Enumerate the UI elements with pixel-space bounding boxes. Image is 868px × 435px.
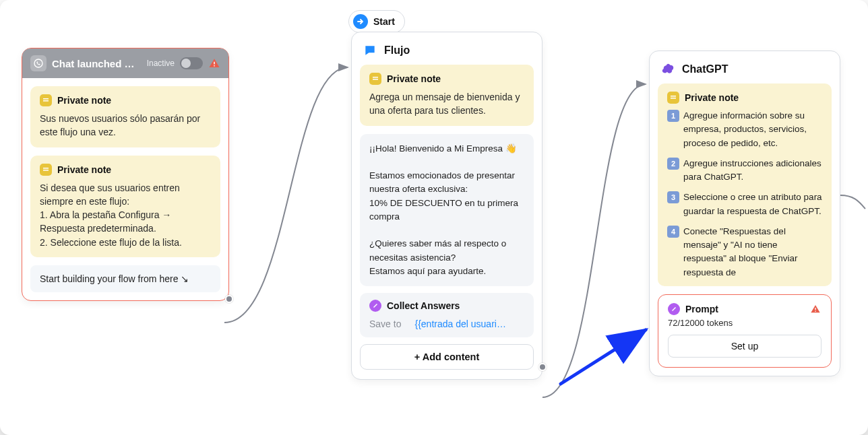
- warning-icon: [208, 57, 220, 69]
- start-building-label: Start building your flow from here ↘: [40, 273, 189, 284]
- instruction-text: Agregue información sobre su empresa, pr…: [683, 109, 822, 150]
- token-count: 72/12000 tokens: [668, 318, 822, 328]
- svg-rect-12: [815, 308, 815, 310]
- start-building-row[interactable]: Start building your flow from here ↘: [30, 265, 220, 292]
- svg-rect-4: [43, 98, 49, 100]
- card-chat-launched[interactable]: Chat launched b… Inactive Private note S…: [22, 48, 229, 301]
- instruction-text: Agregue instrucciones adicionales para C…: [683, 157, 822, 185]
- card-title: Chat launched b…: [52, 58, 138, 69]
- svg-rect-5: [43, 100, 49, 102]
- setup-label: Set up: [731, 341, 758, 352]
- svg-rect-8: [373, 77, 378, 78]
- instruction-text: Conecte "Respuestas del mensaje" y "AI n…: [683, 225, 822, 279]
- start-label: Start: [373, 16, 395, 27]
- step-badge: 3: [667, 191, 679, 203]
- svg-line-0: [561, 330, 646, 384]
- card-flujo[interactable]: Flujo Private note Agrega un mensaje de …: [351, 32, 542, 380]
- card-chatgpt[interactable]: ChatGPT Private note 1Agregue informació…: [649, 51, 840, 376]
- start-arrow-icon: [353, 14, 368, 29]
- collect-answers-block[interactable]: Collect Answers Save to {{entrada del us…: [360, 293, 534, 337]
- note-title: Private note: [57, 164, 111, 175]
- card-title: Flujo: [384, 44, 410, 57]
- prompt-title: Prompt: [685, 304, 718, 314]
- note-title: Private note: [685, 92, 739, 103]
- warning-icon: [809, 303, 822, 315]
- note-title: Private note: [387, 73, 441, 84]
- svg-rect-2: [214, 62, 215, 65]
- add-content-label: + Add content: [414, 352, 480, 362]
- chatgpt-icon: [660, 62, 675, 77]
- step-badge: 2: [667, 158, 679, 170]
- whatsapp-icon: [30, 55, 46, 71]
- svg-rect-11: [671, 98, 676, 99]
- save-to-value[interactable]: {{entrada del usuari…: [414, 319, 505, 329]
- note-icon: [369, 73, 381, 85]
- note-body: Sus nuevos usuarios sólo pasarán por est…: [40, 112, 211, 139]
- svg-rect-6: [43, 168, 49, 169]
- private-note-block: Private note Sus nuevos usuarios sólo pa…: [30, 86, 220, 147]
- step-badge: 1: [667, 110, 679, 122]
- note-icon: [40, 94, 52, 106]
- connection-port[interactable]: [225, 295, 233, 303]
- card-header: ChatGPT: [658, 59, 832, 83]
- welcome-message-box[interactable]: ¡¡Hola! Bienvenido a Mi Empresa 👋 Estamo…: [360, 134, 534, 287]
- add-content-button[interactable]: + Add content: [360, 344, 534, 370]
- note-title: Private note: [57, 95, 111, 106]
- svg-rect-10: [671, 96, 676, 97]
- card-title: ChatGPT: [682, 63, 728, 75]
- svg-rect-9: [373, 79, 378, 80]
- note-icon: [40, 164, 52, 176]
- svg-rect-7: [43, 170, 49, 171]
- note-icon: [667, 92, 679, 104]
- card-header: Chat launched b… Inactive: [22, 48, 228, 78]
- flow-canvas[interactable]: Start Chat launched b… Inactive Private …: [0, 0, 868, 435]
- step-badge: 4: [667, 226, 679, 238]
- svg-rect-13: [815, 310, 815, 311]
- prompt-block[interactable]: Prompt 72/12000 tokens Set up: [658, 294, 832, 368]
- note-body: Si desea que sus usuarios entren siempre…: [40, 181, 211, 249]
- svg-rect-3: [214, 65, 215, 67]
- private-note-block: Private note Si desea que sus usuarios e…: [30, 156, 220, 257]
- start-pill[interactable]: Start: [348, 10, 405, 33]
- prompt-icon: [668, 303, 680, 315]
- setup-button[interactable]: Set up: [668, 335, 822, 358]
- collect-title: Collect Answers: [387, 300, 460, 311]
- instruction-list: 1Agregue información sobre su empresa, p…: [667, 109, 822, 279]
- status-label: Inactive: [147, 59, 175, 68]
- save-to-label: Save to: [369, 319, 401, 329]
- note-body: Agrega un mensaje de bienvenida y una of…: [369, 90, 524, 118]
- private-note-block: Private note 1Agregue información sobre …: [658, 83, 832, 286]
- svg-point-1: [34, 59, 42, 67]
- collect-icon: [369, 300, 381, 312]
- chat-bubble-icon: [363, 43, 377, 58]
- instruction-text: Seleccione o cree un atributo para guard…: [683, 191, 822, 218]
- private-note-block: Private note Agrega un mensaje de bienve…: [360, 65, 534, 126]
- connection-port[interactable]: [538, 363, 547, 371]
- active-toggle[interactable]: [180, 57, 203, 69]
- card-header: Flujo: [360, 40, 534, 65]
